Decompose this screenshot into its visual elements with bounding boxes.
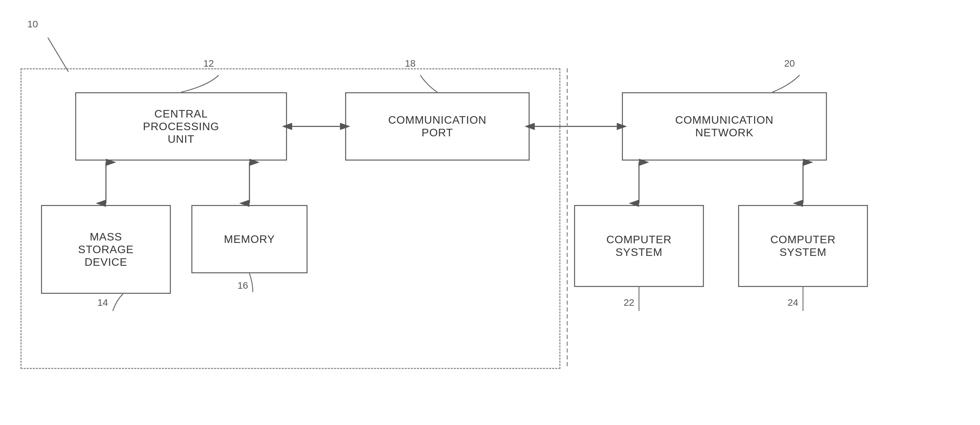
cs1-label: COMPUTERSYSTEM xyxy=(606,233,671,259)
memory-block: MEMORY xyxy=(191,205,307,273)
comm-port-label: COMMUNICATIONPORT xyxy=(388,114,487,139)
ref-10: 10 xyxy=(27,19,38,30)
memory-label: MEMORY xyxy=(224,233,275,246)
cpu-label: CENTRALPROCESSINGUNIT xyxy=(143,108,219,146)
callout-10 xyxy=(48,38,68,72)
ref-18: 18 xyxy=(405,58,415,69)
comm-port-block: COMMUNICATIONPORT xyxy=(345,92,530,161)
comm-network-label: COMMUNICATIONNETWORK xyxy=(675,114,773,139)
ref-22: 22 xyxy=(624,297,634,308)
ref-12: 12 xyxy=(203,58,214,69)
mass-storage-label: MASSSTORAGEDEVICE xyxy=(78,231,134,269)
cpu-block: CENTRALPROCESSINGUNIT xyxy=(75,92,287,161)
ref-16: 16 xyxy=(237,280,248,291)
computer-system-1-block: COMPUTERSYSTEM xyxy=(574,205,704,287)
comm-network-block: COMMUNICATIONNETWORK xyxy=(622,92,827,161)
callout-20 xyxy=(772,75,800,92)
ref-20: 20 xyxy=(784,58,795,69)
diagram-container: CENTRALPROCESSINGUNIT COMMUNICATIONPORT … xyxy=(0,0,980,425)
ref-14: 14 xyxy=(97,297,108,308)
computer-system-2-block: COMPUTERSYSTEM xyxy=(738,205,868,287)
mass-storage-block: MASSSTORAGEDEVICE xyxy=(41,205,171,294)
ref-24: 24 xyxy=(788,297,798,308)
cs2-label: COMPUTERSYSTEM xyxy=(770,233,835,259)
